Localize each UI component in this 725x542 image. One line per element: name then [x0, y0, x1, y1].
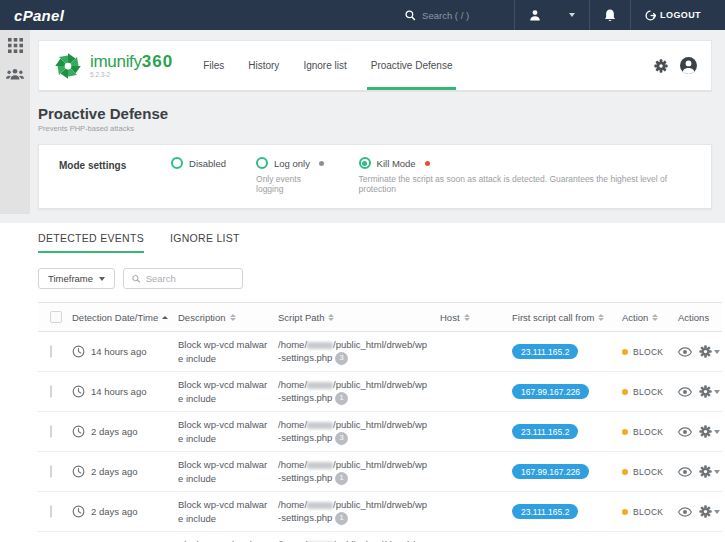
- column-label: Actions: [678, 312, 709, 323]
- nav-history[interactable]: History: [236, 41, 291, 90]
- user-menu-caret[interactable]: [555, 0, 589, 30]
- table-row: 2 days ago Block wp-vcd malware include …: [38, 532, 722, 542]
- view-details-button[interactable]: [678, 467, 692, 477]
- row-checkbox[interactable]: [50, 465, 52, 478]
- radio-icon[interactable]: [359, 157, 371, 169]
- radio-icon[interactable]: [256, 157, 268, 169]
- logout-label: LOGOUT: [660, 10, 701, 20]
- occurrence-count-badge: 1: [335, 472, 348, 485]
- table-header-row: Detection Date/TimeDescriptionScript Pat…: [38, 302, 722, 332]
- apps-grid-icon[interactable]: [8, 38, 23, 53]
- logout-button[interactable]: LOGOUT: [631, 0, 715, 30]
- first-call-ip-pill[interactable]: 167.99.167.226: [512, 464, 589, 479]
- events-search-input[interactable]: [146, 273, 234, 284]
- gear-icon: [699, 505, 712, 518]
- mode-settings-label: Mode settings: [59, 157, 145, 194]
- sort-icon: [328, 314, 334, 321]
- global-search-input[interactable]: [422, 10, 500, 21]
- select-all-checkbox[interactable]: [38, 311, 72, 323]
- cpanel-logo: cPanel: [14, 7, 64, 24]
- first-call-ip-pill[interactable]: 23.111.165.2: [512, 424, 578, 439]
- action-status-dot: [622, 349, 628, 355]
- mode-radio-row[interactable]: Kill Mode: [359, 157, 697, 169]
- row-checkbox[interactable]: [50, 345, 52, 358]
- brand-name: imunify: [90, 52, 142, 71]
- page-upper-section: imunify360 5.2.3-2 FilesHistoryIgnore li…: [0, 30, 725, 223]
- clock-icon: [72, 505, 85, 518]
- user-groups-icon[interactable]: [6, 67, 24, 81]
- action-label: BLOCK: [633, 347, 663, 357]
- row-actions-menu-button[interactable]: [699, 505, 720, 518]
- mode-radio-row[interactable]: Disabled: [171, 157, 226, 169]
- first-call-ip-pill[interactable]: 23.111.165.2: [512, 504, 578, 519]
- select-all-checkbox[interactable]: [50, 311, 62, 323]
- account-avatar[interactable]: [680, 57, 697, 74]
- bell-icon: [604, 9, 616, 22]
- path-prefix: /home/: [278, 459, 307, 470]
- view-details-button[interactable]: [678, 427, 692, 437]
- view-details-button[interactable]: [678, 507, 692, 517]
- event-script-path: /home//public_html/drweb/wp-settings.php…: [278, 538, 440, 542]
- page-subtitle: Prevents PHP-based attacks: [38, 124, 712, 133]
- mode-option-log-only: Log onlyOnly events logging: [256, 157, 329, 194]
- row-actions-menu-button[interactable]: [699, 465, 720, 478]
- first-call-ip-pill[interactable]: 23.111.165.2: [512, 344, 578, 359]
- tab-detected-events[interactable]: DETECTED EVENTS: [38, 232, 144, 253]
- nav-ignore-list[interactable]: Ignore list: [291, 41, 358, 90]
- mode-radio-row[interactable]: Log only: [256, 157, 329, 169]
- event-description: Block wp-vcd malware include: [178, 538, 278, 542]
- events-search[interactable]: [123, 268, 243, 289]
- event-time: 14 hours ago: [91, 346, 146, 357]
- view-details-button[interactable]: [678, 387, 692, 397]
- nav-proactive-defense[interactable]: Proactive Defense: [359, 41, 465, 90]
- column-header-first-script-call-from[interactable]: First script call from: [512, 312, 622, 323]
- masked-username: [307, 422, 333, 429]
- row-checkbox[interactable]: [50, 425, 52, 438]
- radio-icon[interactable]: [171, 157, 183, 169]
- path-prefix: /home/: [278, 419, 307, 430]
- column-header-host[interactable]: Host: [440, 312, 512, 323]
- timeframe-dropdown[interactable]: Timeframe: [38, 268, 115, 289]
- column-header-description[interactable]: Description: [178, 312, 278, 323]
- chevron-down-icon: [714, 350, 720, 354]
- event-time: 2 days ago: [91, 426, 137, 437]
- column-label: Description: [178, 312, 226, 323]
- imunify360-logo: imunify360 5.2.3-2: [53, 51, 173, 81]
- event-description: Block wp-vcd malware include: [178, 458, 278, 486]
- view-details-button[interactable]: [678, 347, 692, 357]
- clock-icon: [72, 465, 85, 478]
- user-menu-button[interactable]: [515, 0, 555, 30]
- sort-icon: [464, 314, 470, 321]
- row-actions-menu-button[interactable]: [699, 385, 720, 398]
- event-description: Block wp-vcd malware include: [178, 378, 278, 406]
- event-description: Block wp-vcd malware include: [178, 498, 278, 526]
- events-tabs: DETECTED EVENTSIGNORE LIST: [38, 232, 725, 253]
- column-header-detection-date-time[interactable]: Detection Date/Time: [72, 312, 178, 323]
- row-actions-menu-button[interactable]: [699, 425, 720, 438]
- tab-ignore-list[interactable]: IGNORE LIST: [170, 232, 240, 253]
- notifications-button[interactable]: [590, 0, 630, 30]
- column-header-action[interactable]: Action: [622, 312, 678, 323]
- action-status-dot: [622, 509, 628, 515]
- first-call-ip-pill[interactable]: 167.99.167.226: [512, 384, 589, 399]
- mode-option-label: Disabled: [189, 158, 226, 169]
- event-script-path: /home//public_html/drweb/wp-settings.php…: [278, 338, 440, 366]
- row-actions-menu-button[interactable]: [699, 345, 720, 358]
- global-search[interactable]: [391, 0, 514, 30]
- path-prefix: /home/: [278, 539, 307, 542]
- event-script-path: /home//public_html/drweb/wp-settings.php…: [278, 378, 440, 406]
- chevron-down-icon: [714, 510, 720, 514]
- sort-icon: [230, 314, 236, 321]
- column-header-script-path[interactable]: Script Path: [278, 312, 440, 323]
- detected-events-table: Detection Date/TimeDescriptionScript Pat…: [38, 302, 722, 542]
- row-checkbox[interactable]: [50, 505, 52, 518]
- path-prefix: /home/: [278, 379, 307, 390]
- row-checkbox[interactable]: [50, 385, 52, 398]
- avatar-person-icon: [680, 57, 697, 74]
- nav-files[interactable]: Files: [191, 41, 236, 90]
- search-icon: [132, 274, 141, 284]
- chevron-down-icon: [569, 13, 575, 17]
- mode-option-description: Terminate the script as soon as attack i…: [359, 174, 697, 194]
- plugin-nav: FilesHistoryIgnore listProactive Defense: [191, 41, 464, 90]
- settings-gear-icon[interactable]: [654, 59, 668, 73]
